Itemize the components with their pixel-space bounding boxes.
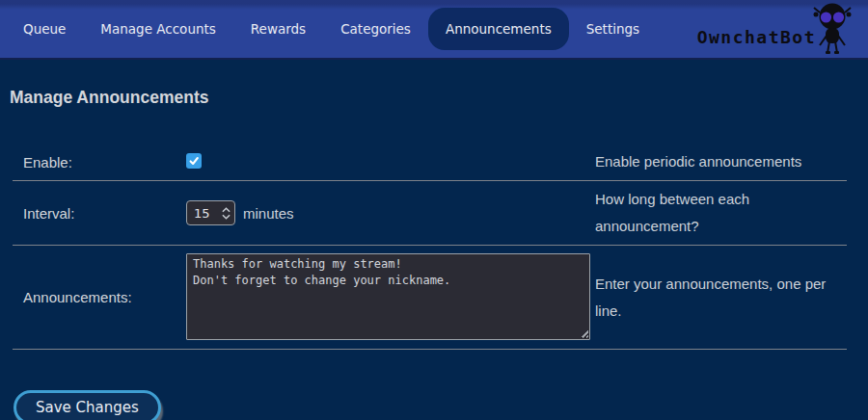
navbar: Queue Manage Accounts Rewards Categories… [0,0,868,60]
logo-text: OwnchatBot [697,27,816,47]
interval-help-text: How long between each announcement? [595,186,827,240]
form-row-enable: Enable: Enable periodic announcements [13,144,847,181]
number-stepper[interactable] [222,207,231,220]
page-title: Manage Announcements [10,88,858,108]
nav-item-announcements[interactable]: Announcements [428,8,569,50]
announcements-help-text: Enter your announcements, one per line. [595,271,827,325]
enable-label: Enable: [13,154,186,171]
chevron-up-icon [222,207,231,213]
logo[interactable]: OwnchatBot [697,0,854,60]
announcements-textarea[interactable]: Thanks for watching my stream! Don't for… [186,253,590,340]
nav-item-categories[interactable]: Categories [323,14,428,43]
checkmark-icon [188,155,200,167]
nav-item-queue[interactable]: Queue [6,14,83,43]
save-changes-button[interactable]: Save Changes [14,390,161,420]
form-row-interval: Interval: 15 minutes How long between ea [13,181,847,246]
interval-label: Interval: [13,205,186,222]
enable-help-text: Enable periodic announcements [595,148,827,175]
robot-mascot-icon [810,1,854,55]
nav-item-manage-accounts[interactable]: Manage Accounts [83,14,232,43]
announcements-form: Enable: Enable periodic announcements In… [13,144,847,350]
form-row-announcements: Announcements: Thanks for watching my st… [13,246,847,350]
chevron-down-icon [222,214,231,220]
interval-value: 15 [194,206,210,221]
nav-item-rewards[interactable]: Rewards [233,14,323,43]
interval-unit-label: minutes [243,205,294,222]
enable-checkbox[interactable] [186,153,202,169]
announcements-label: Announcements: [13,289,186,305]
nav-item-settings[interactable]: Settings [569,14,657,43]
main-content: Manage Announcements Enable: Enable peri… [0,88,868,420]
interval-input[interactable]: 15 [186,200,235,225]
